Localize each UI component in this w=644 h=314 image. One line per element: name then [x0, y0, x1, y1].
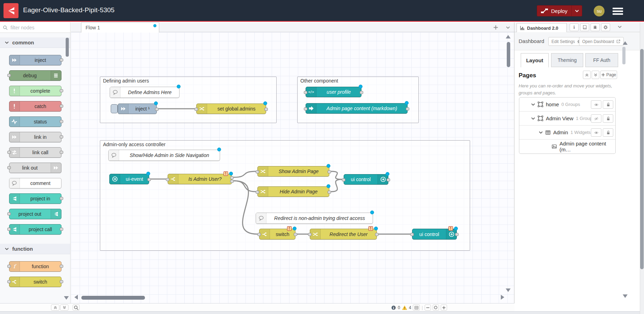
node-output-port[interactable] — [60, 120, 63, 123]
node-output-port[interactable] — [360, 91, 363, 94]
palette-category-common[interactable]: common — [0, 37, 70, 48]
palette-node-link-call[interactable]: link call — [9, 147, 61, 158]
node-input-port[interactable] — [7, 280, 11, 283]
node-input-port[interactable] — [7, 74, 11, 77]
deploy-button[interactable]: Deploy — [537, 5, 582, 16]
node-output-port[interactable] — [230, 180, 234, 183]
node-output-port[interactable] — [230, 176, 234, 179]
node-input-port[interactable] — [257, 233, 261, 236]
tab-dashboard-2[interactable]: Dashboard 2.0 — [517, 23, 567, 33]
lock-toggle-button[interactable] — [603, 114, 613, 123]
node-input-port[interactable] — [256, 191, 259, 194]
add-flow-button[interactable] — [493, 25, 498, 30]
tab-flow-1[interactable]: Flow 1 — [81, 22, 159, 33]
node-ui-control[interactable]: ui control! — [412, 229, 457, 240]
chevron-down-icon[interactable] — [539, 131, 543, 134]
lock-toggle-button[interactable] — [603, 100, 613, 109]
sidebar-scrollbar-thumb[interactable] — [622, 47, 625, 64]
node-output-port[interactable] — [387, 178, 390, 181]
node-output-port[interactable] — [455, 233, 459, 236]
lock-toggle-button[interactable] — [603, 128, 613, 137]
wire[interactable] — [331, 179, 342, 192]
node-output-port[interactable] — [375, 233, 379, 236]
visibility-toggle-button[interactable] — [591, 100, 601, 109]
node-switch[interactable]: switch! — [259, 229, 295, 240]
zoom-in-button[interactable] — [441, 305, 447, 311]
palette-node-function[interactable]: ffunction — [9, 261, 61, 272]
wire[interactable] — [234, 171, 256, 177]
zoom-out-button[interactable] — [425, 305, 431, 311]
toggle-navigator-button[interactable] — [413, 305, 420, 311]
node-input-port[interactable] — [410, 233, 414, 236]
sidebar-tabs-chevron-icon[interactable] — [618, 25, 622, 28]
flow-canvas[interactable]: Defining admin usersOther componentAdmin… — [71, 32, 514, 303]
page-scrollbar[interactable] — [640, 22, 644, 314]
node-show/hide-admin-in-side-navigation[interactable]: Show/Hide Admin in Side Navigation — [108, 150, 220, 161]
sidebar-scroll-up-icon[interactable] — [623, 41, 628, 45]
node-input-port[interactable] — [304, 91, 307, 94]
chevron-down-icon[interactable] — [531, 103, 535, 106]
node-output-port[interactable] — [60, 151, 63, 154]
palette-node-debug[interactable]: debug — [9, 70, 61, 81]
node-input-port[interactable] — [166, 178, 169, 181]
palette-node-link-in[interactable]: link in — [9, 132, 61, 142]
node-output-port[interactable] — [294, 233, 297, 236]
node-output-port[interactable] — [264, 108, 268, 111]
node-show-admin-page[interactable]: Show Admin Page — [257, 166, 329, 177]
tab-layout[interactable]: Layout — [521, 53, 549, 67]
palette-scroll-down-icon[interactable] — [64, 296, 69, 300]
node-redirect-the-user[interactable]: Redirect the User! — [310, 229, 377, 240]
node-user-profile[interactable]: </>user profile — [306, 87, 361, 97]
node-input-port[interactable] — [7, 212, 11, 215]
palette-node-catch[interactable]: catch — [9, 101, 61, 112]
palette-node-project-call[interactable]: project call — [9, 224, 61, 235]
sidebar-config-tab[interactable] — [601, 23, 610, 31]
palette-scrollbar-thumb[interactable] — [66, 38, 69, 57]
node-input-port[interactable] — [7, 166, 11, 169]
node-ui-control[interactable]: ui control — [344, 174, 388, 185]
main-menu-button[interactable] — [612, 7, 624, 15]
node-is-admin-user?[interactable]: Is Admin User?! — [168, 174, 232, 184]
node-output-port[interactable] — [60, 89, 63, 92]
user-avatar[interactable]: su — [594, 6, 605, 16]
wire[interactable] — [234, 181, 256, 192]
node-set-global.admins[interactable]: set global.admins — [196, 104, 266, 114]
node-input-port[interactable] — [7, 151, 11, 154]
palette-category-function[interactable]: function — [0, 244, 70, 254]
node-input-port[interactable] — [304, 107, 307, 110]
node-output-port[interactable] — [328, 191, 331, 194]
palette-node-switch[interactable]: switch — [9, 277, 61, 287]
node-output-port[interactable] — [60, 228, 63, 231]
node-input-port[interactable] — [195, 108, 198, 111]
add-page-button[interactable]: Page — [600, 71, 617, 79]
wire[interactable] — [331, 171, 342, 179]
sidebar-scroll-down-icon[interactable] — [623, 294, 628, 298]
palette-node-inject[interactable]: inject — [9, 55, 61, 65]
sidebar-info-tab[interactable]: i — [570, 23, 579, 31]
palette-expand-categories-button[interactable] — [60, 305, 68, 311]
zoom-reset-button[interactable] — [433, 305, 439, 311]
chevron-down-icon[interactable] — [531, 117, 535, 120]
palette-node-comment[interactable]: comment — [9, 178, 61, 188]
tree-item-home[interactable]: home0 Groups — [519, 98, 615, 112]
tree-item-admin[interactable]: Admin1 Widgets — [519, 126, 615, 140]
node-input-port[interactable] — [308, 233, 312, 236]
visibility-toggle-button[interactable] — [591, 114, 601, 123]
sidebar-debug-tab[interactable] — [591, 23, 600, 31]
node-input-port[interactable] — [7, 228, 11, 231]
node-output-port[interactable] — [60, 197, 63, 200]
deploy-options-chevron-icon[interactable] — [575, 9, 579, 13]
tree-item-admin-page-content-(m…[interactable]: Admin page content (m… — [519, 140, 615, 154]
flow-list-chevron-icon[interactable] — [506, 26, 510, 29]
node-inject-¹[interactable]: inject ¹ — [118, 104, 157, 114]
expand-all-button[interactable] — [592, 71, 599, 79]
canvas-search-button[interactable] — [73, 305, 80, 311]
node-admin-page-content-(markdown)[interactable]: Admin page content (markdown) — [306, 103, 408, 114]
palette-node-complete[interactable]: complete — [9, 86, 61, 96]
node-output-port[interactable] — [60, 265, 63, 268]
node-input-port[interactable] — [256, 170, 259, 173]
collapse-all-button[interactable] — [583, 71, 591, 79]
palette-node-status[interactable]: status — [9, 116, 61, 127]
node-define-admins-here[interactable]: Define Admins Here — [110, 87, 180, 98]
node-output-port[interactable] — [155, 108, 159, 111]
